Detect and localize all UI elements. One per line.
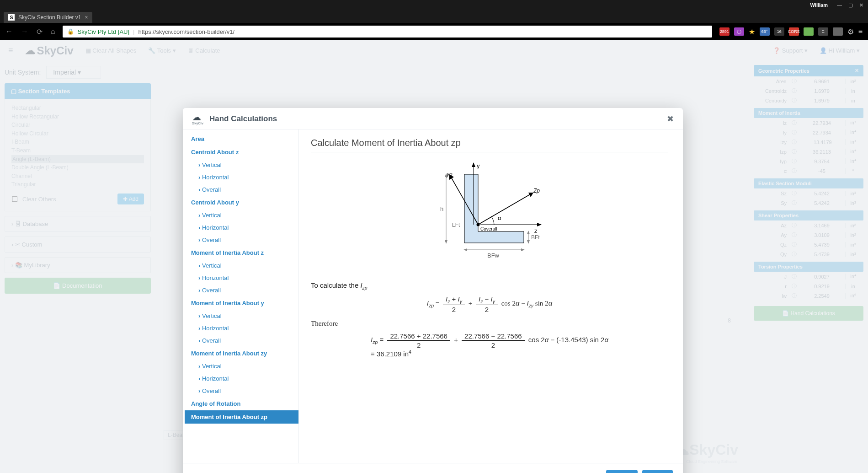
svg-marker-26 bbox=[521, 248, 525, 251]
nav-group-item[interactable]: Angle of Rotation bbox=[185, 397, 298, 410]
svg-marker-21 bbox=[527, 231, 530, 234]
svg-marker-25 bbox=[463, 248, 467, 251]
svg-text:Coverall: Coverall bbox=[480, 226, 497, 231]
nav-group-item[interactable]: Moment of Inertia About z bbox=[185, 246, 298, 259]
nav-sub-item[interactable]: Horizontal bbox=[185, 372, 298, 385]
extension-icon[interactable]: C bbox=[818, 27, 828, 36]
back-button[interactable]: BACK bbox=[606, 470, 638, 473]
substituted-formula: Izp = 22.7566 + 22.75662 + 22.7566 − 22.… bbox=[311, 332, 668, 358]
os-user-label: William bbox=[808, 2, 831, 8]
nav-sub-item[interactable]: Horizontal bbox=[185, 171, 298, 183]
nav-sub-item[interactable]: Overall bbox=[185, 234, 298, 246]
modal-title: Hand Calculations bbox=[209, 114, 277, 124]
svg-marker-17 bbox=[445, 240, 447, 244]
extension-icon[interactable]: 66° bbox=[760, 27, 770, 36]
svg-text:LFt: LFt bbox=[452, 222, 460, 228]
modal-content: Calculate Moment of Inertia About zp y z… bbox=[299, 129, 683, 463]
modal-header: SkyCiv Hand Calculations ✖ bbox=[183, 108, 683, 129]
window-close-icon[interactable]: ✕ bbox=[859, 2, 863, 8]
nav-forward-icon[interactable]: → bbox=[21, 27, 28, 36]
browser-tabbar: S SkyCiv Section Builder v1 × bbox=[0, 10, 868, 23]
next-button[interactable]: NEXT bbox=[642, 470, 673, 473]
modal-nav[interactable]: AreaCentroid About zVerticalHorizontalOv… bbox=[183, 129, 299, 463]
svg-text:z: z bbox=[534, 227, 538, 234]
extension-icon[interactable]: 2891 bbox=[719, 27, 730, 36]
extension-icon[interactable]: CORS bbox=[789, 27, 799, 36]
nav-group-item[interactable]: Moment of Inertia About zy bbox=[185, 347, 298, 360]
nav-sub-item[interactable]: Overall bbox=[185, 334, 298, 347]
general-formula: Izp = Iz + Iy2 + Iz − Iy2 cos 2α − Izy s… bbox=[311, 295, 668, 313]
nav-sub-item[interactable]: Overall bbox=[185, 183, 298, 196]
svg-text:α: α bbox=[498, 215, 501, 221]
favicon: S bbox=[8, 14, 15, 21]
browser-menu-icon[interactable]: ≡ bbox=[858, 27, 863, 36]
extension-icon[interactable] bbox=[804, 27, 814, 36]
modal-logo-icon: SkyCiv bbox=[192, 113, 205, 124]
tab-close-icon[interactable]: × bbox=[85, 14, 88, 21]
nav-reload-icon[interactable]: ⟳ bbox=[37, 27, 43, 36]
site-identity: SkyCiv Pty Ltd [AU] bbox=[78, 28, 129, 35]
nav-sub-item[interactable]: Vertical bbox=[185, 209, 298, 221]
url-input[interactable]: 🔒 SkyCiv Pty Ltd [AU] | https://skyciv.c… bbox=[63, 26, 712, 38]
nav-group-item[interactable]: Moment of Inertia About zp bbox=[185, 410, 298, 424]
star-icon[interactable]: ★ bbox=[749, 27, 755, 36]
extension-icon[interactable]: 16 bbox=[774, 27, 784, 36]
nav-sub-item[interactable]: Horizontal bbox=[185, 322, 298, 334]
os-titlebar: William — ▢ ✕ bbox=[0, 0, 868, 10]
nav-group-item[interactable]: Centroid About y bbox=[185, 196, 298, 209]
browser-settings-icon[interactable]: ⚙ bbox=[847, 27, 854, 36]
nav-group-item[interactable]: Area bbox=[185, 132, 298, 145]
nav-sub-item[interactable]: Horizontal bbox=[185, 221, 298, 234]
modal-close-icon[interactable]: ✖ bbox=[667, 114, 674, 124]
tab-title: SkyCiv Section Builder v1 bbox=[18, 14, 81, 21]
lock-icon: 🔒 bbox=[67, 28, 74, 35]
nav-sub-item[interactable]: Overall bbox=[185, 284, 298, 296]
nav-sub-item[interactable]: Horizontal bbox=[185, 272, 298, 284]
nav-sub-item[interactable]: Vertical bbox=[185, 159, 298, 171]
svg-marker-1 bbox=[472, 162, 475, 167]
therefore-text: Therefore bbox=[311, 320, 668, 328]
modal-footer: BACK NEXT bbox=[183, 463, 683, 473]
browser-addressbar: ← → ⟳ ⌂ 🔒 SkyCiv Pty Ltd [AU] | https://… bbox=[0, 23, 868, 40]
svg-point-13 bbox=[477, 223, 480, 226]
svg-text:BFt: BFt bbox=[531, 234, 540, 241]
nav-group-item[interactable]: Centroid About z bbox=[185, 145, 298, 159]
nav-sub-item[interactable]: Overall bbox=[185, 385, 298, 397]
nav-group-item[interactable]: Moment of Inertia About y bbox=[185, 296, 298, 310]
browser-tab[interactable]: S SkyCiv Section Builder v1 × bbox=[4, 12, 92, 23]
extension-icons: 2891 ◯ ★ 66° 16 CORS C ⚙ ≡ bbox=[719, 27, 863, 36]
svg-marker-4 bbox=[537, 223, 542, 226]
extension-icon[interactable] bbox=[833, 27, 843, 36]
intro-text: To calculate the Izp bbox=[311, 281, 668, 290]
nav-sub-item[interactable]: Vertical bbox=[185, 310, 298, 322]
svg-text:h: h bbox=[440, 205, 443, 212]
minimize-icon[interactable]: — bbox=[837, 2, 842, 8]
svg-line-9 bbox=[478, 194, 532, 225]
maximize-icon[interactable]: ▢ bbox=[848, 2, 853, 8]
nav-sub-item[interactable]: Vertical bbox=[185, 360, 298, 372]
hand-calculations-modal: SkyCiv Hand Calculations ✖ AreaCentroid … bbox=[183, 108, 683, 473]
svg-marker-22 bbox=[527, 240, 530, 244]
svg-text:Zp: Zp bbox=[533, 188, 540, 194]
svg-text:y: y bbox=[477, 162, 480, 169]
extension-icon[interactable]: ◯ bbox=[734, 27, 744, 36]
nav-sub-item[interactable]: Vertical bbox=[185, 259, 298, 272]
calc-heading: Calculate Moment of Inertia About zp bbox=[311, 138, 668, 152]
svg-text:BFw: BFw bbox=[487, 252, 500, 259]
diagram: y z yp Zp α Coverall bbox=[311, 161, 668, 275]
nav-home-icon[interactable]: ⌂ bbox=[51, 27, 55, 36]
url-text: https://skyciv.com/section-builder/v1/ bbox=[138, 28, 234, 35]
nav-back-icon[interactable]: ← bbox=[5, 27, 13, 36]
